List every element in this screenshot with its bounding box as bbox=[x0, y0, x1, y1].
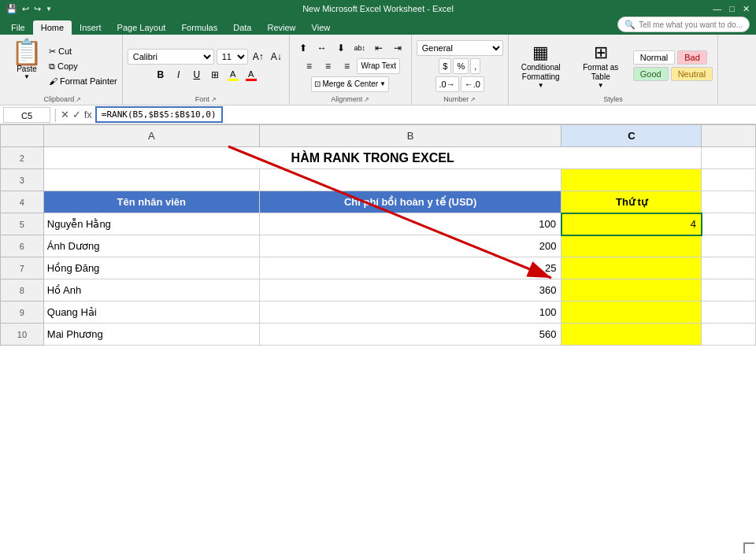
cell-b8[interactable]: 360 bbox=[259, 279, 561, 302]
maximize-btn[interactable]: □ bbox=[729, 4, 735, 14]
font-size-select[interactable]: 11 bbox=[217, 49, 248, 65]
italic-btn[interactable]: I bbox=[171, 67, 187, 83]
tab-file[interactable]: File bbox=[3, 20, 33, 35]
font-name-select[interactable]: Calibri bbox=[128, 49, 214, 65]
cell-d6[interactable] bbox=[702, 235, 756, 257]
tab-view[interactable]: View bbox=[304, 20, 339, 35]
style-neutral[interactable]: Neutral bbox=[671, 67, 713, 81]
cell-d8[interactable] bbox=[702, 279, 756, 302]
font-color-btn[interactable]: A bbox=[243, 67, 259, 83]
cond-format-dropdown[interactable]: ▼ bbox=[538, 82, 544, 89]
col-header-c[interactable]: C bbox=[561, 125, 702, 147]
cell-d4[interactable] bbox=[702, 191, 756, 213]
cell-d7[interactable] bbox=[702, 257, 756, 279]
cell-c7[interactable] bbox=[561, 257, 702, 279]
cell-b6[interactable]: 200 bbox=[259, 235, 561, 257]
cell-d9[interactable] bbox=[702, 302, 756, 324]
cell-c3[interactable] bbox=[561, 169, 702, 191]
paste-button[interactable]: 📋 Paste ▼ bbox=[8, 38, 46, 94]
format-painter-button[interactable]: 🖌 Format Painter bbox=[49, 76, 117, 86]
center-align-btn[interactable]: ≡ bbox=[319, 58, 336, 74]
col-header-b[interactable]: B bbox=[259, 125, 561, 147]
bold-btn[interactable]: B bbox=[153, 67, 169, 83]
cell-reference-box[interactable]: C5 bbox=[3, 107, 50, 123]
cell-a9[interactable]: Quang Hải bbox=[43, 302, 259, 324]
col-header-a[interactable]: A bbox=[43, 125, 259, 147]
confirm-formula-btn[interactable]: ✓ bbox=[72, 109, 81, 120]
right-align-btn[interactable]: ≡ bbox=[338, 58, 355, 74]
merge-dropdown[interactable]: ▼ bbox=[380, 80, 386, 87]
cell-d2[interactable] bbox=[702, 147, 756, 169]
col-header-d[interactable] bbox=[702, 125, 756, 147]
fill-color-btn[interactable]: A bbox=[225, 67, 241, 83]
minimize-btn[interactable]: — bbox=[713, 4, 721, 14]
align-top-btn[interactable]: ⬆ bbox=[295, 40, 312, 56]
tab-data[interactable]: Data bbox=[225, 20, 259, 35]
cell-c5-selected[interactable]: 4 bbox=[561, 213, 702, 235]
decrease-font-btn[interactable]: A↓ bbox=[269, 49, 284, 65]
format-as-table-btn[interactable]: ⊞ Format as Table ▼ bbox=[573, 43, 628, 89]
cell-a6[interactable]: Ánh Dương bbox=[43, 235, 259, 257]
cell-b5[interactable]: 100 bbox=[259, 213, 561, 235]
cut-button[interactable]: ✂ Cut bbox=[49, 46, 117, 57]
indent-increase-btn[interactable]: ⇥ bbox=[389, 40, 406, 56]
redo-icon[interactable]: ↪ bbox=[34, 4, 41, 14]
cell-a10[interactable]: Mai Phương bbox=[43, 324, 259, 346]
alignment-expand[interactable]: ↗ bbox=[364, 96, 369, 103]
format-table-dropdown[interactable]: ▼ bbox=[598, 82, 604, 89]
close-btn[interactable]: ✕ bbox=[743, 4, 750, 14]
comma-btn[interactable]: , bbox=[470, 58, 480, 74]
decrease-decimal-btn[interactable]: ←.0 bbox=[461, 76, 484, 92]
wrap-text-btn[interactable]: Wrap Text bbox=[357, 58, 400, 74]
tell-me-box[interactable]: 🔍 Tell me what you want to do... bbox=[617, 17, 750, 32]
number-expand[interactable]: ↗ bbox=[470, 96, 476, 103]
merge-center-btn[interactable]: ⊡ Merge & Center ▼ bbox=[311, 76, 389, 92]
cell-a8[interactable]: Hồ Anh bbox=[43, 279, 259, 302]
tab-home[interactable]: Home bbox=[33, 20, 72, 35]
cell-c6[interactable] bbox=[561, 235, 702, 257]
style-good[interactable]: Good bbox=[633, 67, 669, 81]
increase-font-btn[interactable]: A↑ bbox=[250, 49, 266, 65]
cell-c4[interactable]: Thứ tự bbox=[561, 191, 702, 213]
cell-b3[interactable] bbox=[259, 169, 561, 191]
cell-d3[interactable] bbox=[702, 169, 756, 191]
cell-b4[interactable]: Chi phí bồi hoàn y tế (USD) bbox=[259, 191, 561, 213]
qat-dropdown[interactable]: ▼ bbox=[46, 6, 52, 13]
cell-b7[interactable]: 25 bbox=[259, 257, 561, 279]
clipboard-expand[interactable]: ↗ bbox=[76, 96, 81, 103]
undo-icon[interactable]: ↩ bbox=[22, 4, 29, 14]
cell-b9[interactable]: 100 bbox=[259, 302, 561, 324]
copy-button[interactable]: ⧉ Copy bbox=[49, 61, 117, 72]
currency-btn[interactable]: $ bbox=[439, 58, 451, 74]
insert-function-btn[interactable]: fx bbox=[84, 109, 92, 120]
increase-decimal-btn[interactable]: .0→ bbox=[435, 76, 459, 92]
conditional-formatting-btn[interactable]: ▦ Conditional Formatting ▼ bbox=[513, 43, 569, 89]
border-btn[interactable]: ⊞ bbox=[207, 67, 223, 83]
style-normal[interactable]: Normal bbox=[633, 50, 675, 65]
align-bottom-btn[interactable]: ⬇ bbox=[332, 40, 350, 56]
indent-decrease-btn[interactable]: ⇤ bbox=[370, 40, 387, 56]
formula-input[interactable]: =RANK(B5,$B$5:$B$10,0) bbox=[95, 106, 223, 123]
cell-d5[interactable] bbox=[702, 213, 756, 235]
cell-c8[interactable] bbox=[561, 279, 702, 302]
tab-formulas[interactable]: Formulas bbox=[173, 20, 225, 35]
underline-btn[interactable]: U bbox=[189, 67, 205, 83]
cell-a7[interactable]: Hồng Đăng bbox=[43, 257, 259, 279]
cell-c10[interactable] bbox=[561, 324, 702, 346]
font-expand[interactable]: ↗ bbox=[211, 96, 217, 103]
percent-btn[interactable]: % bbox=[453, 58, 469, 74]
tab-review[interactable]: Review bbox=[259, 20, 303, 35]
cell-a4[interactable]: Tên nhân viên bbox=[43, 191, 259, 213]
tab-insert[interactable]: Insert bbox=[72, 20, 109, 35]
cell-b10[interactable]: 560 bbox=[259, 324, 561, 346]
number-format-select[interactable]: General bbox=[417, 40, 503, 56]
cancel-formula-btn[interactable]: ✕ bbox=[61, 109, 69, 120]
cell-a3[interactable] bbox=[43, 169, 259, 191]
text-direction-btn[interactable]: ab↕ bbox=[351, 40, 369, 56]
cell-a5[interactable]: Nguyễn Hằng bbox=[43, 213, 259, 235]
align-middle-btn[interactable]: ↔ bbox=[313, 40, 331, 56]
cell-c9[interactable] bbox=[561, 302, 702, 324]
cell-d10[interactable] bbox=[702, 324, 756, 346]
left-align-btn[interactable]: ≡ bbox=[300, 58, 317, 74]
tab-page-layout[interactable]: Page Layout bbox=[109, 20, 174, 35]
